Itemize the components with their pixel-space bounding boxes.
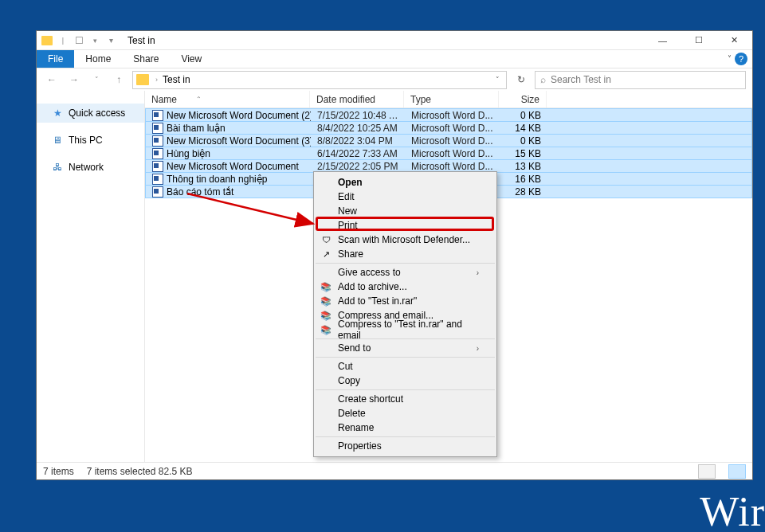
search-input[interactable]: ⌕ Search Test in [535, 71, 746, 89]
column-header-name[interactable]: Name⌃ [145, 91, 310, 108]
cm-share[interactable]: ↗ Share [316, 247, 495, 261]
context-menu: Open Edit New Print 🛡 Scan with Microsof… [313, 171, 497, 457]
ribbon-expand-icon[interactable]: ˅ [728, 54, 732, 63]
cm-scan[interactable]: 🛡 Scan with Microsoft Defender... [316, 233, 495, 247]
search-placeholder: Search Test in [551, 74, 611, 85]
up-button[interactable]: ↑ [110, 71, 128, 88]
network-icon: 🖧 [51, 161, 64, 174]
status-bar: 7 items 7 items selected 82.5 KB [37, 462, 752, 479]
sidebar-item-label: Network [69, 162, 104, 173]
cm-send-to[interactable]: Send to› [316, 341, 495, 355]
titlebar: | ☐ ▾ ▾ Test in — ☐ ✕ [37, 31, 752, 50]
cm-add-archive[interactable]: 📚 Add to archive... [316, 280, 495, 294]
cm-compress-rar-email[interactable]: 📚 Compress to "Test in.rar" and email [316, 323, 495, 337]
file-size: 28 KB [500, 186, 547, 198]
quick-access-toolbar: | ☐ ▾ ▾ [37, 31, 121, 49]
file-size: 14 KB [500, 123, 547, 134]
column-header-size[interactable]: Size [499, 91, 547, 108]
column-header-type[interactable]: Type [404, 91, 499, 108]
defender-icon: 🛡 [320, 233, 332, 246]
sidebar-item-label: This PC [69, 135, 103, 146]
breadcrumb[interactable]: Test in [161, 74, 192, 85]
qat-sep-icon: | [56, 33, 70, 48]
maximize-button[interactable]: ☐ [681, 31, 716, 50]
breadcrumb-sep-icon: › [152, 76, 161, 84]
cm-edit[interactable]: Edit [316, 190, 495, 204]
sidebar-item-network[interactable]: 🖧 Network [37, 158, 144, 177]
table-row[interactable]: New Microsoft Word Document (2) 7/15/202… [145, 108, 752, 122]
winrar-icon: 📚 [320, 323, 332, 336]
file-name: New Microsoft Word Document [167, 161, 299, 172]
folder-icon [136, 74, 149, 85]
cm-rename[interactable]: Rename [316, 421, 495, 435]
tab-home[interactable]: Home [74, 50, 122, 68]
status-selected: 7 items selected 82.5 KB [87, 466, 193, 477]
close-button[interactable]: ✕ [716, 31, 752, 50]
status-item-count: 7 items [43, 466, 74, 477]
cm-cut[interactable]: Cut [316, 359, 495, 374]
winrar-icon: 📚 [320, 280, 332, 293]
share-icon: ↗ [320, 248, 332, 260]
properties-icon[interactable]: ☐ [72, 33, 86, 48]
file-size: 16 KB [500, 174, 547, 185]
file-name: New Microsoft Word Document (3) [167, 135, 311, 147]
tab-share[interactable]: Share [122, 50, 170, 68]
cm-add-rar[interactable]: 📚 Add to "Test in.rar" [316, 294, 495, 308]
file-date: 8/4/2022 10:25 AM [311, 123, 405, 134]
word-doc-icon [152, 148, 163, 159]
cm-give-access[interactable]: Give access to› [316, 265, 495, 280]
refresh-button[interactable]: ↻ [512, 71, 530, 89]
sidebar: ★ Quick access 🖥 This PC 🖧 Network [37, 91, 145, 462]
cm-print[interactable]: Print [316, 218, 495, 233]
table-row[interactable]: Bài tham luận 8/4/2022 10:25 AM Microsof… [145, 121, 752, 135]
file-date: 6/14/2022 7:33 AM [311, 148, 405, 159]
column-header-date[interactable]: Date modified [310, 91, 404, 108]
view-large-icons-button[interactable] [728, 464, 746, 479]
chevron-right-icon: › [477, 344, 479, 353]
word-doc-icon [152, 123, 163, 134]
qat-overflow-icon[interactable]: ▾ [104, 33, 118, 48]
tab-view[interactable]: View [170, 50, 213, 68]
cm-open[interactable]: Open [316, 175, 495, 190]
cm-copy[interactable]: Copy [316, 374, 495, 388]
address-bar: ← → ˅ ↑ › Test in ˅ ↻ ⌕ Search Test in [37, 68, 752, 91]
minimize-button[interactable]: — [645, 31, 681, 50]
file-date: 8/8/2022 3:04 PM [311, 135, 405, 147]
winrar-icon: 📚 [320, 309, 332, 322]
file-type: Microsoft Word D... [405, 148, 500, 159]
sidebar-item-this-pc[interactable]: 🖥 This PC [37, 131, 144, 150]
file-name: Bài tham luận [167, 123, 226, 134]
file-date: 7/15/2022 10:48 AM [311, 110, 405, 121]
ribbon-tabs: File Home Share View ˅ ? [37, 50, 752, 68]
file-size: 0 KB [500, 135, 547, 147]
file-name: Hùng biện [167, 148, 210, 159]
sidebar-item-label: Quick access [69, 108, 125, 119]
table-row[interactable]: Hùng biện 6/14/2022 7:33 AM Microsoft Wo… [145, 147, 752, 160]
help-button[interactable]: ? [735, 53, 747, 65]
folder-icon [40, 33, 54, 48]
qat-dropdown-icon[interactable]: ▾ [88, 33, 102, 48]
file-name: Báo cáo tóm tắt [167, 186, 233, 198]
forward-button[interactable]: → [65, 71, 83, 88]
table-row[interactable]: New Microsoft Word Document (3) 8/8/2022… [145, 134, 752, 147]
winrar-icon: 📚 [320, 295, 332, 307]
word-doc-icon [152, 135, 163, 147]
file-type: Microsoft Word D... [405, 135, 500, 147]
word-doc-icon [152, 186, 163, 198]
sidebar-item-quick-access[interactable]: ★ Quick access [37, 104, 144, 123]
cm-delete[interactable]: Delete [316, 406, 495, 421]
tab-file[interactable]: File [37, 50, 74, 68]
address-dropdown-icon[interactable]: ˅ [496, 76, 503, 84]
address-box[interactable]: › Test in ˅ [132, 71, 507, 89]
file-name: New Microsoft Word Document (2) [167, 110, 311, 121]
file-name: Thông tin doanh nghiệp [167, 174, 267, 185]
nav-history-button[interactable]: ˅ [88, 71, 105, 88]
watermark: Wir [700, 488, 765, 532]
view-details-button[interactable] [698, 464, 716, 479]
cm-new[interactable]: New [316, 204, 495, 218]
back-button[interactable]: ← [43, 71, 61, 88]
file-size: 15 KB [500, 148, 547, 159]
file-type: Microsoft Word D... [405, 110, 500, 121]
cm-properties[interactable]: Properties [316, 439, 495, 453]
cm-create-shortcut[interactable]: Create shortcut [316, 392, 495, 406]
